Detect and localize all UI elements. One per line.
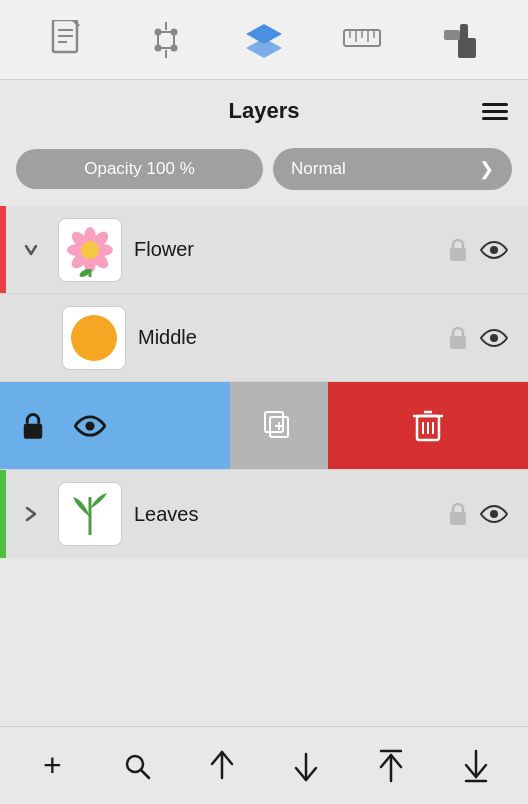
layer-indicator-flower <box>0 206 6 293</box>
svg-point-34 <box>490 246 498 254</box>
move-up-button[interactable] <box>199 743 245 789</box>
expand-arrow-flower[interactable] <box>16 241 46 259</box>
svg-rect-50 <box>450 512 466 525</box>
ruler-icon[interactable] <box>338 16 386 64</box>
layer-row-leaves[interactable]: Leaves <box>0 470 528 558</box>
svg-rect-20 <box>460 24 468 40</box>
expand-arrow-leaves[interactable] <box>16 505 46 523</box>
blend-mode-label: Normal <box>291 159 346 179</box>
layer-lock-middle[interactable] <box>440 320 476 356</box>
toolbar <box>0 0 528 80</box>
move-to-bottom-button[interactable] <box>453 743 499 789</box>
petals-visibility-action[interactable] <box>74 414 106 438</box>
svg-point-51 <box>490 510 498 518</box>
controls-row: Opacity 100 % Normal ❯ <box>0 142 528 206</box>
panel-header: Layers <box>0 80 528 142</box>
document-icon[interactable] <box>45 16 93 64</box>
move-to-top-button[interactable] <box>368 743 414 789</box>
layers-active-icon[interactable] <box>240 16 288 64</box>
layer-row-flower[interactable]: Flower <box>0 206 528 294</box>
svg-rect-37 <box>24 423 42 438</box>
layer-thumb-leaves <box>58 482 122 546</box>
svg-point-8 <box>171 44 178 51</box>
blend-mode-button[interactable]: Normal ❯ <box>273 148 512 190</box>
move-down-button[interactable] <box>283 743 329 789</box>
layers-panel: Layers Opacity 100 % Normal ❯ <box>0 80 528 558</box>
layer-lock-flower[interactable] <box>440 232 476 268</box>
layer-visibility-leaves[interactable] <box>476 496 512 532</box>
opacity-button[interactable]: Opacity 100 % <box>16 149 263 189</box>
svg-line-53 <box>141 770 149 778</box>
bottom-toolbar: + <box>0 726 528 804</box>
svg-point-7 <box>155 44 162 51</box>
svg-rect-35 <box>450 336 466 349</box>
paint-icon[interactable] <box>435 16 483 64</box>
chevron-right-icon: ❯ <box>479 158 494 180</box>
layer-visibility-middle[interactable] <box>476 320 512 356</box>
layer-name-middle: Middle <box>138 326 440 349</box>
svg-rect-19 <box>458 38 476 58</box>
layer-indicator-leaves <box>0 470 6 558</box>
svg-marker-12 <box>246 38 282 58</box>
layer-thumb-flower <box>58 218 122 282</box>
search-button[interactable] <box>114 743 160 789</box>
middle-circle <box>71 315 117 361</box>
panel-title: Layers <box>229 98 300 124</box>
petals-duplicate-action[interactable] <box>230 382 328 469</box>
svg-point-38 <box>85 421 94 430</box>
svg-point-36 <box>490 334 498 342</box>
svg-point-30 <box>81 241 99 259</box>
layer-lock-leaves[interactable] <box>440 496 476 532</box>
svg-point-5 <box>155 28 162 35</box>
svg-point-6 <box>171 28 178 35</box>
petals-delete-action[interactable] <box>328 382 528 469</box>
layer-row-petals-container <box>0 382 528 470</box>
layer-visibility-flower[interactable] <box>476 232 512 268</box>
layer-name-flower: Flower <box>134 238 440 261</box>
svg-rect-40 <box>265 412 283 432</box>
petals-lock-action[interactable] <box>20 411 46 441</box>
layer-row-middle[interactable]: Middle <box>0 294 528 382</box>
add-layer-button[interactable]: + <box>29 743 75 789</box>
menu-button[interactable] <box>482 103 508 120</box>
layer-name-leaves: Leaves <box>134 503 440 526</box>
transform-icon[interactable] <box>142 16 190 64</box>
svg-rect-21 <box>444 30 460 40</box>
layer-thumb-middle <box>62 306 126 370</box>
petals-action-section <box>0 382 230 469</box>
svg-rect-33 <box>450 248 466 261</box>
layers-list: Flower Middle <box>0 206 528 558</box>
